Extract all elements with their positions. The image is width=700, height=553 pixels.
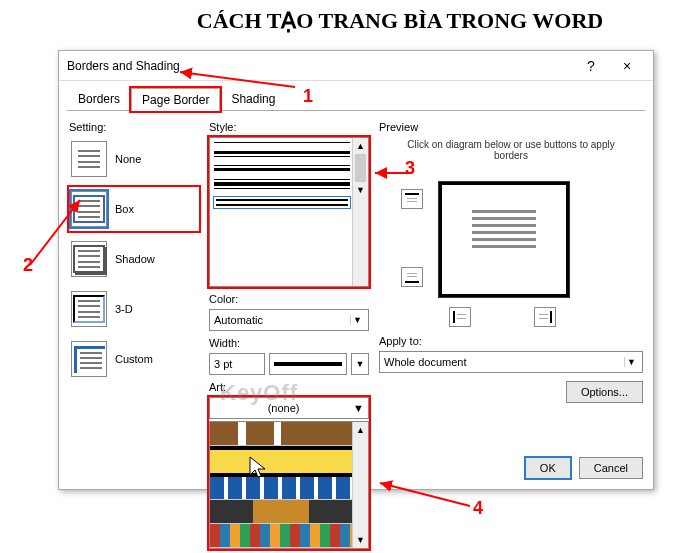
width-row: 3 pt ▼ xyxy=(209,353,369,375)
svg-rect-2 xyxy=(407,201,417,202)
svg-rect-9 xyxy=(539,314,548,315)
chevron-down-icon: ▼ xyxy=(350,315,364,325)
art-item[interactable] xyxy=(210,524,352,548)
art-section: (none) ▼ ▲ ▼ xyxy=(209,397,369,549)
svg-rect-5 xyxy=(405,281,419,283)
color-combo[interactable]: Automatic ▼ xyxy=(209,309,369,331)
style-option[interactable] xyxy=(214,142,350,143)
setting-custom[interactable]: Custom xyxy=(69,337,199,381)
svg-rect-1 xyxy=(407,198,417,199)
tab-page-border[interactable]: Page Border xyxy=(131,88,220,111)
setting-3d-label: 3-D xyxy=(115,303,133,315)
scroll-up-icon[interactable]: ▲ xyxy=(353,422,368,438)
options-button[interactable]: Options... xyxy=(566,381,643,403)
apply-to-label: Apply to: xyxy=(379,335,643,347)
preview-column: Preview Click on diagram below or use bu… xyxy=(379,121,643,549)
border-top-button[interactable] xyxy=(401,189,423,209)
width-label: Width: xyxy=(209,337,369,349)
svg-rect-7 xyxy=(457,314,466,315)
style-listbox[interactable]: ▲ ▼ xyxy=(209,137,369,287)
width-sample xyxy=(269,353,347,375)
setting-shadow[interactable]: Shadow xyxy=(69,237,199,281)
scroll-down-icon[interactable]: ▼ xyxy=(353,532,368,548)
tab-page-border-label: Page Border xyxy=(142,93,209,107)
setting-none-thumb xyxy=(71,141,107,177)
watermark: KeyOff xyxy=(220,380,298,406)
svg-rect-8 xyxy=(457,318,466,319)
apply-to-combo[interactable]: Whole document ▼ xyxy=(379,351,643,373)
tab-shading-label: Shading xyxy=(231,92,275,106)
setting-box[interactable]: Box xyxy=(69,187,199,231)
cancel-button[interactable]: Cancel xyxy=(579,457,643,479)
setting-box-label: Box xyxy=(115,203,134,215)
chevron-down-icon: ▼ xyxy=(353,402,364,414)
width-dropdown[interactable]: ▼ xyxy=(351,353,369,375)
dialog-body: Setting: None Box Shadow 3-D Custom xyxy=(59,111,653,553)
dialog-footer: OK Cancel xyxy=(525,457,643,479)
setting-custom-thumb xyxy=(71,341,107,377)
preview-page[interactable] xyxy=(439,182,569,297)
style-label: Style: xyxy=(209,121,369,133)
border-right-button[interactable] xyxy=(534,307,556,327)
style-column: Style: xyxy=(209,121,369,549)
style-option[interactable] xyxy=(214,179,350,189)
ok-button[interactable]: OK xyxy=(525,457,571,479)
svg-rect-0 xyxy=(405,193,419,195)
style-option-selected[interactable] xyxy=(214,197,350,208)
options-row: Options... xyxy=(379,381,643,403)
color-label: Color: xyxy=(209,293,369,305)
apply-to-row: Apply to: Whole document ▼ xyxy=(379,335,643,373)
annotation-2: 2 xyxy=(23,255,33,276)
tab-shading[interactable]: Shading xyxy=(220,87,286,110)
art-scrollbar[interactable]: ▲ ▼ xyxy=(352,422,368,548)
scroll-thumb[interactable] xyxy=(355,154,366,182)
chevron-down-icon: ▼ xyxy=(624,357,638,367)
width-value: 3 pt xyxy=(214,358,232,370)
tab-borders[interactable]: Borders xyxy=(67,87,131,110)
tab-borders-label: Borders xyxy=(78,92,120,106)
scroll-down-icon[interactable]: ▼ xyxy=(353,182,368,198)
setting-box-thumb xyxy=(71,191,107,227)
setting-label: Setting: xyxy=(69,121,199,133)
cursor-icon xyxy=(248,455,268,481)
setting-custom-label: Custom xyxy=(115,353,153,365)
setting-3d[interactable]: 3-D xyxy=(69,287,199,331)
dialog-title: Borders and Shading xyxy=(67,59,573,73)
art-item[interactable] xyxy=(210,446,352,477)
art-item[interactable] xyxy=(210,500,352,524)
close-icon[interactable]: × xyxy=(609,54,645,78)
art-item[interactable] xyxy=(210,477,352,501)
setting-none[interactable]: None xyxy=(69,137,199,181)
titlebar: Borders and Shading ? × xyxy=(59,51,653,81)
style-scrollbar[interactable]: ▲ ▼ xyxy=(352,138,368,286)
art-item[interactable] xyxy=(210,422,352,446)
page-heading: CÁCH TẠO TRANG BÌA TRONG WORD xyxy=(0,0,700,34)
svg-rect-6 xyxy=(453,311,455,323)
setting-column: Setting: None Box Shadow 3-D Custom xyxy=(69,121,199,549)
help-icon[interactable]: ? xyxy=(573,54,609,78)
style-option[interactable] xyxy=(214,151,350,157)
tab-row: Borders Page Border Shading xyxy=(59,81,653,110)
chevron-down-icon: ▼ xyxy=(353,359,367,369)
border-left-button[interactable] xyxy=(449,307,471,327)
preview-hint: Click on diagram below or use buttons to… xyxy=(379,137,643,167)
style-option[interactable] xyxy=(214,165,350,171)
width-combo[interactable]: 3 pt xyxy=(209,353,265,375)
svg-rect-11 xyxy=(550,311,552,323)
preview-area xyxy=(379,167,643,327)
color-value: Automatic xyxy=(214,314,263,326)
preview-label: Preview xyxy=(379,121,643,133)
setting-3d-thumb xyxy=(71,291,107,327)
scroll-up-icon[interactable]: ▲ xyxy=(353,138,368,154)
svg-rect-3 xyxy=(407,273,417,274)
svg-rect-10 xyxy=(539,318,548,319)
art-preview-list[interactable]: ▲ ▼ xyxy=(209,421,369,549)
border-bottom-button[interactable] xyxy=(401,267,423,287)
setting-shadow-thumb xyxy=(71,241,107,277)
apply-to-value: Whole document xyxy=(384,356,467,368)
setting-none-label: None xyxy=(115,153,141,165)
setting-shadow-label: Shadow xyxy=(115,253,155,265)
svg-rect-4 xyxy=(407,276,417,277)
borders-shading-dialog: Borders and Shading ? × Borders Page Bor… xyxy=(58,50,654,490)
